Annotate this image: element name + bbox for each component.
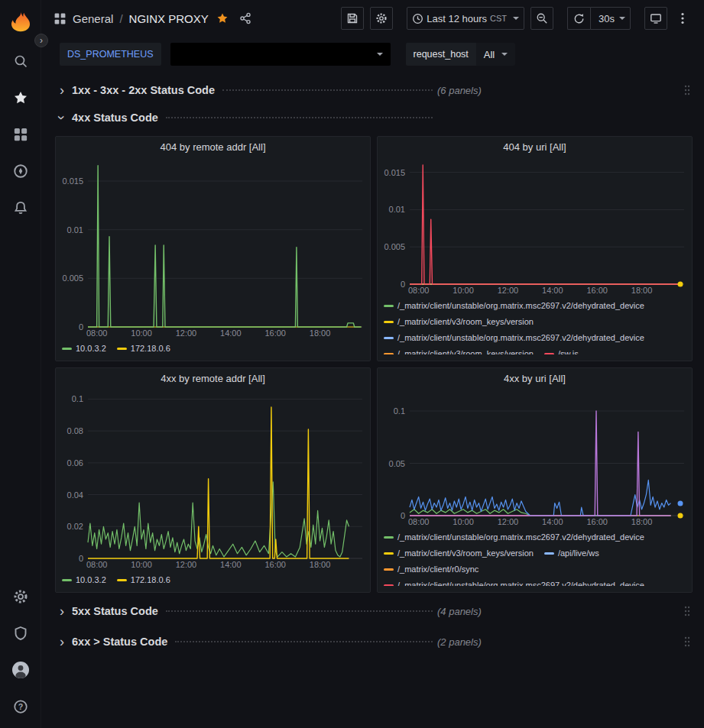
gear-icon (375, 12, 388, 24)
row-4xx-status-code[interactable]: › 4xx Status Code (55, 107, 693, 128)
chevron-right-icon: › (55, 636, 69, 648)
row-5xx-status-code[interactable]: › 5xx Status Code (4 panels) (55, 600, 693, 622)
legend-swatch-icon (544, 552, 554, 555)
y-axis-tick: 0.1 (394, 407, 405, 416)
legend-item[interactable]: /_matrix/client/unstable/org.matrix.msc2… (384, 300, 644, 312)
x-axis-tick: 14:00 (220, 329, 242, 338)
clock-icon (412, 13, 423, 24)
request-host-variable-select[interactable]: All (476, 43, 515, 66)
legend-item[interactable]: /_matrix/client/unstable/org.matrix.msc2… (384, 580, 644, 586)
dashboard-settings-button[interactable] (370, 7, 393, 30)
legend-swatch-icon (384, 321, 394, 323)
expand-sidebar-button[interactable]: › (34, 34, 48, 47)
y-axis: 00.0050.010.015 (382, 160, 410, 284)
panel-title[interactable]: 404 by uri [All] (378, 137, 692, 157)
datasource-variable-label[interactable]: DS_PROMETHEUS (60, 43, 161, 66)
x-axis-tick: 18:00 (310, 561, 331, 569)
timezone-label: CST (490, 14, 507, 23)
chart-canvas[interactable] (410, 391, 684, 516)
legend-item[interactable]: 172.18.0.6 (117, 343, 170, 354)
row-1xx-3xx-2xx-status-code[interactable]: › 1xx - 3xx - 2xx Status Code (6 panels) (55, 79, 693, 101)
panel-title[interactable]: 404 by remote addr [All] (56, 137, 370, 157)
sidebar-item-server-admin[interactable] (0, 616, 41, 650)
x-axis-tick: 08:00 (408, 518, 430, 526)
save-dashboard-button[interactable] (341, 7, 364, 30)
legend-label: /_matrix/client/v3/room_keys/version (397, 548, 534, 559)
row-panel-count: (4 panels) (437, 606, 482, 617)
legend-swatch-icon (384, 568, 394, 571)
x-axis-tick: 16:00 (586, 286, 608, 295)
y-axis: 00.050.1 (382, 391, 410, 516)
y-axis-tick: 0 (401, 512, 405, 520)
refresh-interval-dropdown[interactable]: 30s (590, 7, 631, 30)
legend-item[interactable]: /_matrix/client/v3/room_keys/version (384, 316, 534, 328)
row-panel-count: (2 panels) (437, 636, 482, 648)
refresh-button[interactable] (567, 7, 590, 30)
legend-item[interactable]: /sw.js (544, 348, 579, 354)
sidebar-item-help[interactable]: ? (0, 690, 41, 723)
legend-item[interactable]: 10.0.3.2 (62, 574, 106, 586)
legend-item[interactable]: /_matrix/client/r0/sync (384, 564, 479, 575)
legend-item[interactable]: /_matrix/client/unstable/org.matrix.msc2… (384, 332, 644, 344)
share-icon[interactable] (239, 12, 251, 24)
drag-handle-icon[interactable] (682, 634, 693, 649)
legend-label: 172.18.0.6 (131, 343, 170, 354)
panel-title[interactable]: 4xx by remote addr [All] (56, 368, 370, 388)
save-icon (346, 12, 358, 24)
drag-handle-icon[interactable] (682, 603, 693, 619)
legend-item[interactable]: /api/live/ws (544, 548, 599, 559)
legend-item[interactable]: /_matrix/client/unstable/org.matrix.msc2… (384, 532, 644, 543)
panel-body: 00.0050.010.015 08:0010:0012:0014:0016:0… (56, 157, 370, 361)
request-host-variable-label[interactable]: request_host (406, 43, 476, 66)
sidebar-item-settings[interactable] (0, 580, 41, 613)
more-options-button[interactable] (673, 7, 692, 30)
legend-label: /_matrix/client/unstable/org.matrix.msc2… (397, 532, 644, 543)
grafana-logo (9, 10, 32, 33)
legend: /_matrix/client/unstable/org.matrix.msc2… (382, 528, 684, 586)
chevron-down-icon (377, 53, 383, 56)
legend-item[interactable]: 10.0.3.2 (62, 343, 106, 354)
refresh-controls: 30s (567, 7, 631, 30)
y-axis-tick: 0.1 (72, 395, 83, 403)
x-axis-tick: 08:00 (408, 286, 430, 295)
tv-mode-button[interactable] (644, 7, 667, 30)
time-range-picker[interactable]: Last 12 hours CST (407, 7, 524, 30)
panel-title[interactable]: 4xx by uri [All] (378, 368, 692, 388)
breadcrumb-section[interactable]: General (73, 12, 113, 25)
favorite-star-icon[interactable] (216, 12, 229, 24)
chart-canvas[interactable] (88, 391, 362, 558)
sidebar-item-alerting[interactable] (0, 191, 41, 225)
legend-swatch-icon (384, 305, 394, 307)
chart-canvas[interactable] (88, 160, 362, 327)
compass-icon (13, 163, 28, 179)
search-icon (13, 53, 28, 69)
legend-swatch-icon (62, 579, 72, 581)
breadcrumb-dashboard-title[interactable]: NGINX PROXY (129, 12, 209, 25)
y-axis-tick: 0.015 (384, 168, 405, 176)
sidebar-item-search[interactable] (0, 44, 41, 78)
legend-item[interactable]: 172.18.0.6 (117, 574, 170, 586)
legend-label: /api/live/ws (558, 548, 599, 559)
row-6xx-status-code[interactable]: › 6xx > Status Code (2 panels) (55, 631, 693, 652)
sidebar: ? (0, 0, 41, 728)
x-axis-tick: 16:00 (586, 518, 608, 526)
legend-item[interactable]: /_matrix/client/v3/room_keys/version (384, 348, 534, 354)
y-axis-tick: 0 (79, 323, 83, 332)
y-axis-tick: 0.01 (389, 205, 405, 214)
sidebar-item-home[interactable] (9, 6, 32, 37)
sidebar-nav-bottom: ? (0, 580, 41, 726)
sidebar-item-starred[interactable] (0, 81, 41, 115)
zoom-out-button[interactable] (530, 7, 553, 30)
legend-swatch-icon (117, 348, 127, 350)
y-axis-tick: 0 (79, 555, 83, 563)
sidebar-item-explore[interactable] (0, 154, 41, 188)
datasource-variable-select[interactable] (170, 43, 391, 66)
drag-handle-icon[interactable] (682, 83, 693, 98)
row-dots (166, 117, 433, 118)
legend-label: 10.0.3.2 (76, 574, 106, 586)
legend-item[interactable]: /_matrix/client/v3/room_keys/version (384, 548, 534, 559)
row-title: 4xx Status Code (72, 112, 158, 124)
chart-canvas[interactable] (410, 160, 684, 284)
sidebar-item-profile[interactable] (0, 653, 41, 687)
sidebar-item-dashboards[interactable] (0, 118, 41, 151)
